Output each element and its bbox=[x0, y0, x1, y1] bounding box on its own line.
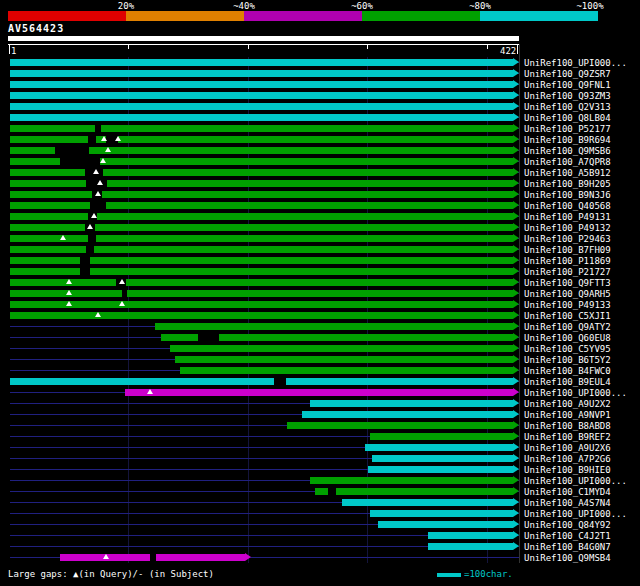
alignment-rows: UniRef100_UPI000...UniRef100_Q9ZSR7UniRe… bbox=[0, 57, 640, 563]
alignment-bar[interactable] bbox=[428, 532, 513, 539]
alignment-bar[interactable] bbox=[10, 180, 513, 187]
alignment-bar[interactable] bbox=[372, 455, 513, 462]
alignment-bar[interactable] bbox=[10, 213, 513, 220]
alignment-label[interactable]: UniRef100_Q84Y92 bbox=[524, 520, 611, 530]
alignment-bar[interactable] bbox=[370, 510, 513, 517]
alignment-label[interactable]: UniRef100_A9U2X2 bbox=[524, 399, 611, 409]
alignment-bar[interactable] bbox=[10, 81, 513, 88]
alignment-label[interactable]: UniRef100_A7QPR8 bbox=[524, 157, 611, 167]
alignment-row: UniRef100_B4FWC0 bbox=[0, 365, 640, 376]
alignment-bar[interactable] bbox=[368, 466, 513, 473]
alignment-label[interactable]: UniRef100_P11869 bbox=[524, 256, 611, 266]
alignment-label[interactable]: UniRef100_A7P2G6 bbox=[524, 454, 611, 464]
alignment-bar[interactable] bbox=[10, 70, 513, 77]
alignment-bar[interactable] bbox=[315, 488, 513, 495]
alignment-bar[interactable] bbox=[10, 136, 513, 143]
alignment-bar[interactable] bbox=[10, 114, 513, 121]
alignment-label[interactable]: UniRef100_Q2V313 bbox=[524, 102, 611, 112]
alignment-row: UniRef100_B6T5Y2 bbox=[0, 354, 640, 365]
alignment-row: UniRef100_P49132 bbox=[0, 222, 640, 233]
alignment-bar[interactable] bbox=[175, 356, 513, 363]
alignment-bar[interactable] bbox=[125, 389, 513, 396]
alignment-label[interactable]: UniRef100_B4FWC0 bbox=[524, 366, 611, 376]
alignment-label[interactable]: UniRef100_B9REF2 bbox=[524, 432, 611, 442]
alignment-label[interactable]: UniRef100_Q9FTT3 bbox=[524, 278, 611, 288]
alignment-bar[interactable] bbox=[310, 477, 513, 484]
alignment-label[interactable]: UniRef100_A4S7N4 bbox=[524, 498, 611, 508]
query-gap-triangle-icon bbox=[66, 301, 72, 306]
alignment-arrowhead-icon bbox=[513, 388, 519, 396]
alignment-bar[interactable] bbox=[342, 499, 513, 506]
alignment-label[interactable]: UniRef100_P49133 bbox=[524, 300, 611, 310]
alignment-label[interactable]: UniRef100_Q93ZM3 bbox=[524, 91, 611, 101]
alignment-label[interactable]: UniRef100_B9HIE0 bbox=[524, 465, 611, 475]
alignment-label[interactable]: UniRef100_UPI000... bbox=[524, 58, 627, 68]
alignment-bar[interactable] bbox=[10, 59, 513, 66]
alignment-label[interactable]: UniRef100_P29463 bbox=[524, 234, 611, 244]
alignment-bar[interactable] bbox=[10, 191, 513, 198]
alignment-label[interactable]: UniRef100_B6T5Y2 bbox=[524, 355, 611, 365]
alignment-label[interactable]: UniRef100_A9U2X6 bbox=[524, 443, 611, 453]
alignment-label[interactable]: UniRef100_B4G0N7 bbox=[524, 542, 611, 552]
alignment-bar[interactable] bbox=[10, 125, 513, 132]
alignment-label[interactable]: UniRef100_UPI000... bbox=[524, 476, 627, 486]
alignment-bar[interactable] bbox=[10, 312, 513, 319]
alignment-label[interactable]: UniRef100_P21727 bbox=[524, 267, 611, 277]
alignment-arrowhead-icon bbox=[513, 69, 519, 77]
alignment-label[interactable]: UniRef100_A9NVP1 bbox=[524, 410, 611, 420]
alignment-label[interactable]: UniRef100_Q9MSB6 bbox=[524, 146, 611, 156]
alignment-bar[interactable] bbox=[428, 543, 513, 550]
alignment-row: UniRef100_B9N3J6 bbox=[0, 189, 640, 200]
alignment-label[interactable]: UniRef100_Q8LB04 bbox=[524, 113, 611, 123]
alignment-arrowhead-icon bbox=[513, 91, 519, 99]
query-gap-triangle-icon bbox=[97, 180, 103, 185]
alignment-label[interactable]: UniRef100_B9N3J6 bbox=[524, 190, 611, 200]
alignment-arrowhead-icon bbox=[513, 487, 519, 495]
alignment-label[interactable]: UniRef100_A5B912 bbox=[524, 168, 611, 178]
alignment-bar[interactable] bbox=[370, 433, 513, 440]
alignment-label[interactable]: UniRef100_C5YV95 bbox=[524, 344, 611, 354]
alignment-label[interactable]: UniRef100_C5XJI1 bbox=[524, 311, 611, 321]
alignment-bar[interactable] bbox=[10, 301, 513, 308]
alignment-bar[interactable] bbox=[180, 367, 513, 374]
alignment-bar[interactable] bbox=[10, 290, 513, 297]
alignment-bar[interactable] bbox=[10, 279, 513, 286]
alignment-label[interactable]: UniRef100_C1MYD4 bbox=[524, 487, 611, 497]
alignment-label[interactable]: UniRef100_Q9ARH5 bbox=[524, 289, 611, 299]
alignment-bar[interactable] bbox=[10, 378, 513, 385]
alignment-bar[interactable] bbox=[287, 422, 513, 429]
alignment-label[interactable]: UniRef100_B9R694 bbox=[524, 135, 611, 145]
alignment-label[interactable]: UniRef100_P49131 bbox=[524, 212, 611, 222]
alignment-bar[interactable] bbox=[310, 400, 513, 407]
alignment-bar[interactable] bbox=[365, 444, 513, 451]
alignment-label[interactable]: UniRef100_B9EUL4 bbox=[524, 377, 611, 387]
alignment-label[interactable]: UniRef100_Q60EU8 bbox=[524, 333, 611, 343]
alignment-bar[interactable] bbox=[10, 235, 513, 242]
alignment-label[interactable]: UniRef100_Q9ATY2 bbox=[524, 322, 611, 332]
alignment-bar[interactable] bbox=[10, 103, 513, 110]
alignment-bar[interactable] bbox=[302, 411, 513, 418]
alignment-label[interactable]: UniRef100_Q9MSB4 bbox=[524, 553, 611, 563]
query-gap-triangle-icon bbox=[115, 136, 121, 141]
alignment-label[interactable]: UniRef100_P52177 bbox=[524, 124, 611, 134]
alignment-label[interactable]: UniRef100_B9H205 bbox=[524, 179, 611, 189]
alignment-label[interactable]: UniRef100_UPI000... bbox=[524, 388, 627, 398]
query-gap-triangle-icon bbox=[105, 147, 111, 152]
alignment-label[interactable]: UniRef100_C4J2T1 bbox=[524, 531, 611, 541]
alignment-row: UniRef100_A7QPR8 bbox=[0, 156, 640, 167]
alignment-bar[interactable] bbox=[378, 521, 513, 528]
alignment-label[interactable]: UniRef100_P49132 bbox=[524, 223, 611, 233]
alignment-bar[interactable] bbox=[155, 323, 513, 330]
alignment-bar[interactable] bbox=[10, 92, 513, 99]
alignment-label[interactable]: UniRef100_UPI000... bbox=[524, 509, 627, 519]
alignment-label[interactable]: UniRef100_B8ABD8 bbox=[524, 421, 611, 431]
alignment-label[interactable]: UniRef100_B7FH09 bbox=[524, 245, 611, 255]
alignment-bar[interactable] bbox=[170, 345, 513, 352]
alignment-label[interactable]: UniRef100_Q40568 bbox=[524, 201, 611, 211]
alignment-label[interactable]: UniRef100_Q9ZSR7 bbox=[524, 69, 611, 79]
ruler-line bbox=[8, 44, 519, 45]
alignment-bar[interactable] bbox=[10, 202, 513, 209]
alignment-label[interactable]: UniRef100_Q9FNL1 bbox=[524, 80, 611, 90]
alignment-row: UniRef100_B9HIE0 bbox=[0, 464, 640, 475]
alignment-bar[interactable] bbox=[10, 246, 513, 253]
